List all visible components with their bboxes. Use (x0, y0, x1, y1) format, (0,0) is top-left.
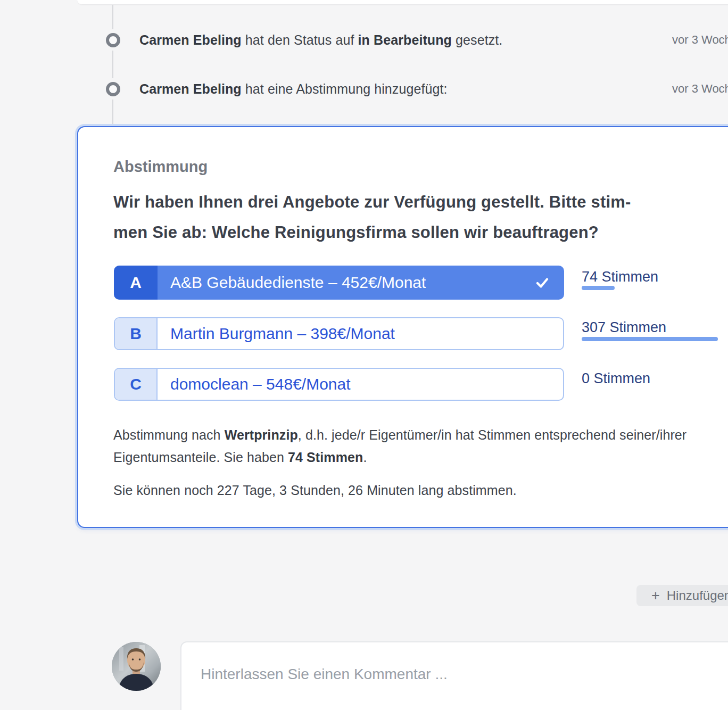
poll-option-b-label: Martin Burgmann – 398€/Monat (158, 318, 563, 349)
poll-voting-principle-info: Abstimmung nach Wertprinzip, d.h. jede/r… (113, 424, 715, 468)
poll-option-b-badge: B (115, 318, 158, 349)
poll-deadline-text: Sie können noch 227 Tage, 3 Stunden, 26 … (113, 483, 715, 498)
poll-option-c-label: domoclean – 548€/Monat (158, 369, 563, 400)
status-event-dot-icon (106, 33, 120, 47)
poll-event-dot-icon (106, 82, 120, 96)
add-button[interactable]: + Hinzufügen (636, 585, 728, 606)
poll-option-c[interactable]: C domoclean – 548€/Monat (114, 368, 564, 401)
poll-card: Abstimmung Wir haben Ihnen drei Angebote… (77, 126, 728, 528)
poll-option-c-votes: 0 Stimmen (582, 370, 650, 387)
poll-option-b-votes-bar (582, 337, 718, 341)
poll-option-b[interactable]: B Martin Burgmann – 398€/Monat (114, 317, 564, 350)
comment-input[interactable] (180, 641, 728, 710)
add-button-label: Hinzufügen (667, 588, 728, 603)
check-icon (534, 266, 564, 300)
timeline-dot (105, 29, 120, 51)
poll-card-title: Abstimmung (113, 158, 208, 176)
poll-option-a-label: A&B Gebäudedienste – 452€/Monat (158, 266, 534, 300)
previous-card-bottom-edge (77, 0, 728, 5)
poll-question: Wir haben Ihnen drei Angebote zur Verfüg… (113, 187, 720, 247)
timeline-event-timestamp: vor 3 Wochen (672, 33, 728, 47)
timeline-event-status: Carmen Ebeling hat den Status auf in Bea… (139, 32, 502, 48)
poll-option-b-votes: 307 Stimmen (582, 319, 666, 336)
poll-option-a-votes-bar (582, 286, 615, 290)
plus-icon: + (651, 589, 660, 603)
timeline-line (112, 5, 113, 126)
timeline-event-timestamp: vor 3 Wochen (672, 82, 728, 96)
timeline-dot (105, 78, 120, 100)
poll-option-a-votes: 74 Stimmen (582, 269, 658, 285)
user-avatar (112, 642, 161, 691)
poll-option-a[interactable]: A A&B Gebäudedienste – 452€/Monat (114, 266, 564, 300)
poll-option-a-badge: A (114, 266, 158, 300)
poll-option-c-badge: C (115, 369, 158, 400)
timeline-event-poll-added: Carmen Ebeling hat eine Abstimmung hinzu… (139, 81, 448, 97)
